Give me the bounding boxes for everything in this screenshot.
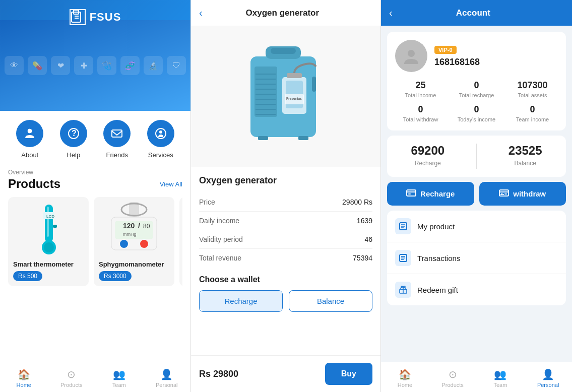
account-tab-personal[interactable]: 👤 Personal bbox=[524, 366, 572, 390]
stat-income-label: Total income bbox=[395, 92, 446, 98]
recharge-icon bbox=[406, 189, 416, 199]
balance-recharge-value: 69200 bbox=[411, 144, 444, 158]
user-details: VIP-0 168168168 bbox=[434, 45, 480, 68]
friends-label: Friends bbox=[106, 151, 128, 159]
account-team-icon: 👥 bbox=[494, 368, 506, 380]
account-back-button[interactable]: ‹ bbox=[389, 7, 393, 19]
home-tab-products[interactable]: ⊙ Products bbox=[48, 366, 96, 390]
avatar bbox=[395, 40, 427, 72]
svg-point-10 bbox=[159, 130, 162, 134]
wallet-recharge-btn[interactable]: Recharge bbox=[199, 290, 283, 312]
income-label: Daily income bbox=[199, 217, 239, 225]
svg-rect-8 bbox=[112, 130, 122, 137]
menu-card: My product Transactions bbox=[387, 211, 566, 305]
svg-rect-51 bbox=[407, 190, 416, 196]
detail-content: Oxygen generator Price 29800 Rs Daily in… bbox=[191, 167, 380, 355]
svg-text:/: / bbox=[138, 222, 140, 230]
buy-button[interactable]: Buy bbox=[325, 363, 372, 385]
withdraw-icon bbox=[499, 189, 509, 199]
products-header: Products View All bbox=[8, 177, 182, 191]
revenue-value: 75394 bbox=[353, 254, 372, 262]
my-product-item[interactable]: My product bbox=[387, 211, 566, 242]
transactions-icon bbox=[395, 250, 411, 266]
product-cards-row: LCD Smart thermometer Rs 500 120 bbox=[8, 197, 182, 286]
svg-rect-47 bbox=[312, 77, 316, 92]
svg-text:Fresenius: Fresenius bbox=[286, 97, 302, 100]
home-panel: FSUS 👁 💊 ❤ ✚ 🩺 🧬 🔬 🛡 bbox=[0, 0, 190, 392]
nav-services[interactable]: Services bbox=[147, 120, 174, 159]
gift-icon bbox=[395, 282, 411, 298]
logo: FSUS bbox=[70, 9, 121, 25]
svg-text:?: ? bbox=[72, 129, 77, 138]
account-personal-label: Personal bbox=[537, 382, 559, 388]
nav-help[interactable]: ? Help bbox=[60, 120, 87, 159]
product-card-bp[interactable]: 120 / 80 mmHg Sphygmomanometer Rs 300 bbox=[94, 197, 174, 286]
account-header: ‹ Account bbox=[381, 0, 572, 26]
detail-product-image: Fresenius bbox=[191, 26, 380, 167]
med-icon-mic: 🔬 bbox=[144, 56, 163, 75]
wallet-buttons: Recharge Balance bbox=[199, 290, 372, 312]
svg-text:mmHg: mmHg bbox=[123, 232, 137, 237]
stat-team-value: 0 bbox=[507, 104, 558, 115]
user-card: VIP-0 168168168 25 Total income 0 Total … bbox=[387, 32, 566, 130]
product-card-thermometer[interactable]: LCD Smart thermometer Rs 500 bbox=[8, 197, 89, 286]
stat-income-value: 25 bbox=[395, 80, 446, 91]
stat-assets-value: 107300 bbox=[507, 80, 558, 91]
validity-value: 46 bbox=[364, 235, 372, 243]
user-id: 168168168 bbox=[434, 57, 480, 68]
home-tab-personal[interactable]: 👤 Personal bbox=[143, 366, 191, 390]
home-tab-home[interactable]: 🏠 Home bbox=[0, 366, 48, 390]
nav-about[interactable]: About bbox=[16, 120, 43, 159]
account-home-icon: 🏠 bbox=[399, 368, 411, 380]
price-value: 29800 Rs bbox=[342, 198, 372, 206]
validity-label: Validity period bbox=[199, 235, 243, 243]
detail-row-income: Daily income 1639 bbox=[199, 212, 372, 230]
svg-rect-53 bbox=[408, 193, 411, 194]
svg-point-50 bbox=[408, 50, 415, 57]
home-tab-team-icon: 👥 bbox=[113, 368, 125, 380]
transactions-item[interactable]: Transactions bbox=[387, 242, 566, 274]
recharge-btn-label: Recharge bbox=[420, 189, 455, 198]
account-content: VIP-0 168168168 25 Total income 0 Total … bbox=[381, 26, 572, 362]
svg-point-14 bbox=[44, 242, 54, 252]
price-label: Price bbox=[199, 198, 215, 206]
nav-friends[interactable]: Friends bbox=[103, 120, 131, 159]
bp-price: Rs 3000 bbox=[99, 271, 132, 281]
income-value: 1639 bbox=[357, 217, 372, 225]
stats-top-grid: 25 Total income 0 Total recharge 107300 … bbox=[395, 80, 558, 98]
redeem-gift-item[interactable]: Redeem gift bbox=[387, 274, 566, 305]
account-tab-home[interactable]: 🏠 Home bbox=[381, 366, 429, 390]
home-tab-team[interactable]: 👥 Team bbox=[95, 366, 143, 390]
svg-rect-44 bbox=[287, 73, 302, 78]
stat-recharge-label: Total recharge bbox=[451, 92, 502, 98]
products-section: Overview Products View All bbox=[0, 165, 190, 362]
recharge-button[interactable]: Recharge bbox=[387, 182, 474, 206]
footer-price: Rs 29800 bbox=[199, 369, 238, 379]
services-icon bbox=[147, 120, 174, 147]
help-icon: ? bbox=[60, 120, 87, 147]
balance-divider bbox=[476, 144, 477, 169]
transactions-label: Transactions bbox=[417, 254, 460, 263]
account-tab-team[interactable]: 👥 Team bbox=[477, 366, 525, 390]
product-card-third[interactable]: Th... Ins... bbox=[179, 197, 182, 286]
account-tab-products[interactable]: ⊙ Products bbox=[429, 366, 477, 390]
svg-rect-48 bbox=[258, 136, 268, 140]
svg-point-27 bbox=[140, 240, 148, 248]
stat-today-label: Today's income bbox=[451, 116, 502, 122]
withdraw-button[interactable]: withdraw bbox=[479, 182, 566, 206]
view-all-link[interactable]: View All bbox=[160, 180, 182, 188]
logo-text: FSUS bbox=[90, 11, 121, 24]
stat-total-income: 25 Total income bbox=[395, 80, 446, 98]
stat-assets-label: Total assets bbox=[507, 92, 558, 98]
medical-background: 👁 💊 ❤ ✚ 🩺 🧬 🔬 🛡 bbox=[0, 20, 190, 111]
redeem-gift-label: Redeem gift bbox=[417, 286, 458, 294]
stat-withdraw-value: 0 bbox=[395, 104, 446, 115]
detail-back-button[interactable]: ‹ bbox=[199, 7, 203, 19]
logo-icon bbox=[70, 9, 86, 25]
home-tab-personal-label: Personal bbox=[156, 382, 177, 388]
account-products-icon: ⊙ bbox=[449, 368, 457, 380]
vip-badge: VIP-0 bbox=[434, 46, 457, 54]
wallet-balance-btn[interactable]: Balance bbox=[289, 290, 372, 312]
svg-rect-31 bbox=[271, 48, 296, 54]
detail-title: Oxygen generator bbox=[209, 8, 356, 18]
